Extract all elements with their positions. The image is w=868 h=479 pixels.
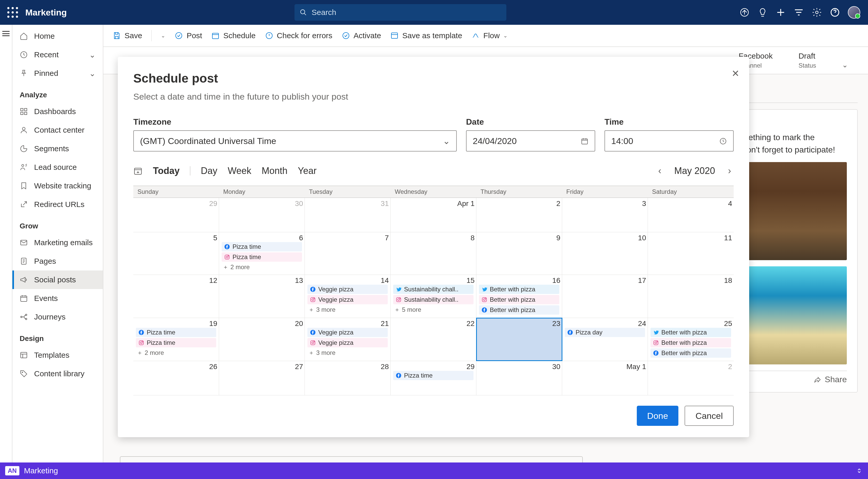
- day-number: May 1: [626, 363, 646, 371]
- day-number: 7: [385, 234, 389, 242]
- more-events[interactable]: ＋ 2 more: [223, 263, 301, 271]
- view-month[interactable]: Month: [262, 165, 287, 176]
- fb-icon: [653, 350, 659, 356]
- calendar-cell[interactable]: 25Better with pizzaBetter with pizzaBett…: [648, 318, 734, 361]
- calendar-cell[interactable]: 2: [648, 361, 734, 395]
- day-number: 24: [638, 319, 646, 328]
- current-month: May 2020: [674, 165, 715, 176]
- calendar-cell[interactable]: 22: [391, 318, 476, 361]
- chevron-down-icon: ⌄: [443, 136, 450, 146]
- calendar-cell[interactable]: 5: [133, 232, 219, 275]
- calendar-event[interactable]: Veggie pizza: [307, 285, 388, 294]
- more-events[interactable]: ＋ 2 more: [137, 349, 215, 357]
- calendar-cell[interactable]: 24Pizza day: [562, 318, 648, 361]
- view-week[interactable]: Week: [227, 165, 251, 176]
- calendar-icon: [581, 137, 588, 145]
- event-label: Pizza time: [147, 339, 176, 346]
- calendar-cell[interactable]: 13: [219, 275, 305, 318]
- calendar-cell[interactable]: 23: [476, 318, 562, 361]
- svg-point-63: [655, 342, 657, 343]
- more-events[interactable]: ＋ 5 more: [394, 306, 472, 314]
- calendar-cell[interactable]: 6Pizza timePizza time＋ 2 more: [219, 232, 305, 275]
- calendar-cell[interactable]: 4: [648, 198, 734, 232]
- calendar-event[interactable]: Better with pizza: [479, 305, 559, 315]
- day-number: 23: [552, 319, 560, 328]
- ig-icon: [310, 297, 316, 303]
- calendar-event[interactable]: Pizza time: [222, 242, 302, 251]
- calendar-cell[interactable]: 7: [305, 232, 391, 275]
- next-month[interactable]: ›: [725, 165, 734, 176]
- clock-icon: [719, 137, 727, 145]
- time-input[interactable]: 14:00: [604, 130, 734, 151]
- calendar-event[interactable]: Better with pizza: [650, 328, 731, 337]
- calendar-cell[interactable]: 9: [476, 232, 562, 275]
- ig-icon: [224, 254, 230, 260]
- calendar-cell[interactable]: 29: [133, 198, 219, 232]
- prev-month[interactable]: ‹: [656, 165, 664, 176]
- calendar-event[interactable]: Pizza time: [136, 328, 216, 337]
- calendar-cell[interactable]: 15Sustainability chall..Sustainability c…: [391, 275, 476, 318]
- day-number: 30: [552, 363, 560, 371]
- calendar-event[interactable]: Better with pizza: [650, 348, 731, 358]
- calendar-cell[interactable]: 26: [133, 361, 219, 395]
- view-day[interactable]: Day: [201, 165, 217, 176]
- calendar-cell[interactable]: 30: [219, 198, 305, 232]
- event-label: Better with pizza: [490, 296, 535, 303]
- view-year[interactable]: Year: [298, 165, 317, 176]
- calendar-event[interactable]: Pizza time: [222, 252, 302, 262]
- calendar-cell[interactable]: 20: [219, 318, 305, 361]
- calendar-cell[interactable]: 2: [476, 198, 562, 232]
- day-number: 4: [728, 200, 732, 208]
- calendar-cell[interactable]: 16Better with pizzaBetter with pizzaBett…: [476, 275, 562, 318]
- done-button[interactable]: Done: [637, 406, 678, 426]
- day-number: 26: [209, 363, 217, 371]
- calendar-event[interactable]: Veggie pizza: [307, 328, 388, 337]
- calendar-cell[interactable]: 30: [476, 361, 562, 395]
- day-number: 22: [467, 319, 474, 328]
- cancel-button[interactable]: Cancel: [685, 406, 734, 426]
- event-label: Better with pizza: [661, 349, 707, 357]
- calendar-event[interactable]: Better with pizza: [479, 285, 559, 294]
- more-events[interactable]: ＋ 3 more: [308, 349, 387, 357]
- calendar-cell[interactable]: 10: [562, 232, 648, 275]
- calendar-cell[interactable]: 31: [305, 198, 391, 232]
- calendar-cell[interactable]: 12: [133, 275, 219, 318]
- dow-header: Monday: [219, 186, 305, 198]
- event-label: Pizza day: [576, 329, 602, 336]
- calendar-cell[interactable]: 29Pizza time: [391, 361, 476, 395]
- more-events[interactable]: ＋ 3 more: [308, 306, 387, 314]
- calendar-cell[interactable]: 18: [648, 275, 734, 318]
- calendar-cell[interactable]: May 1: [562, 361, 648, 395]
- day-number: Apr 1: [457, 200, 474, 208]
- calendar-cell[interactable]: 11: [648, 232, 734, 275]
- calendar-event[interactable]: Better with pizza: [650, 338, 731, 347]
- calendar-cell[interactable]: 28: [305, 361, 391, 395]
- calendar-cell[interactable]: 17: [562, 275, 648, 318]
- fb-icon: [310, 286, 316, 292]
- calendar-event[interactable]: Pizza day: [565, 328, 645, 337]
- today-button[interactable]: Today: [153, 165, 180, 176]
- timezone-select[interactable]: (GMT) Coordinated Universal Time⌄: [133, 130, 457, 151]
- event-label: Better with pizza: [661, 339, 707, 346]
- calendar-cell[interactable]: 14Veggie pizzaVeggie pizza＋ 3 more: [305, 275, 391, 318]
- calendar-cell[interactable]: 21Veggie pizzaVeggie pizza＋ 3 more: [305, 318, 391, 361]
- timezone-value: (GMT) Coordinated Universal Time: [140, 136, 439, 146]
- date-input[interactable]: 24/04/2020: [466, 130, 595, 151]
- calendar-event[interactable]: Pizza time: [136, 338, 216, 347]
- calendar-cell[interactable]: Apr 1: [391, 198, 476, 232]
- close-icon[interactable]: ✕: [732, 68, 739, 79]
- calendar-cell[interactable]: 27: [219, 361, 305, 395]
- fb-icon: [138, 330, 144, 335]
- calendar-event[interactable]: Better with pizza: [479, 295, 559, 304]
- calendar-cell[interactable]: 3: [562, 198, 648, 232]
- day-number: 14: [381, 276, 389, 285]
- calendar-event[interactable]: Veggie pizza: [307, 295, 388, 304]
- calendar-event[interactable]: Pizza time: [393, 371, 473, 380]
- calendar-event[interactable]: Sustainability chall..: [393, 285, 473, 294]
- dow-header: Thursday: [476, 186, 562, 198]
- day-number: 10: [638, 234, 646, 242]
- calendar-cell[interactable]: 8: [391, 232, 476, 275]
- calendar-event[interactable]: Sustainability chall..: [393, 295, 473, 304]
- calendar-event[interactable]: Veggie pizza: [307, 338, 388, 347]
- calendar-cell[interactable]: 19Pizza timePizza time＋ 2 more: [133, 318, 219, 361]
